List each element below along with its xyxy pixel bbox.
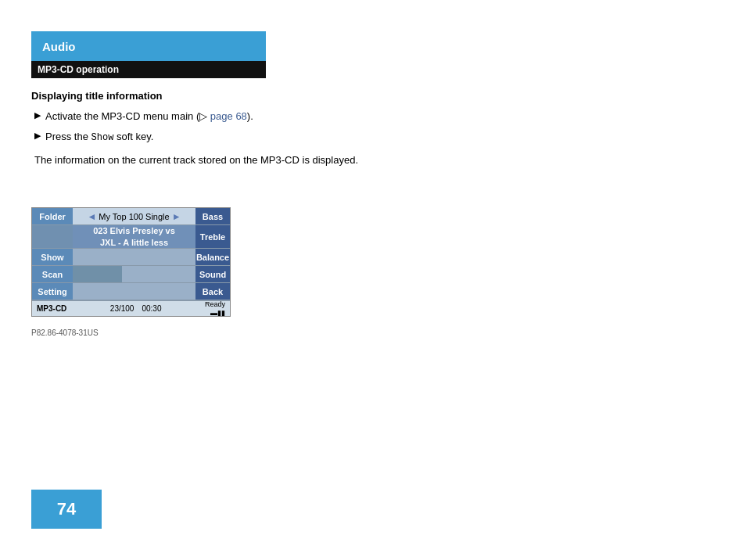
status-signal: ▬▮▮ (210, 309, 225, 317)
screen-row-3: Show Balance (32, 249, 230, 266)
status-bar: MP3-CD 23/100 00:30 Ready ▬▮▮ (32, 300, 230, 316)
header-title: Audio (42, 40, 76, 53)
bullet-text-2: Press the Show soft key. (45, 130, 153, 145)
status-middle: 23/100 00:30 (110, 304, 162, 313)
balance-button[interactable]: Balance (195, 249, 230, 265)
page-link-1: page 68 (210, 110, 247, 122)
device-screen: Folder ◄ My Top 100 Single ► Bass 023 El… (31, 207, 231, 317)
main-content: Displaying title information ▶ Activate … (31, 90, 485, 178)
track-line2: JXL - A little less (100, 237, 168, 248)
treble-button[interactable]: Treble (195, 225, 230, 248)
setting-button[interactable]: Setting (32, 283, 73, 300)
page-number: 74 (57, 499, 76, 519)
sound-button[interactable]: Sound (195, 266, 230, 282)
screen-row-5: Setting Back (32, 283, 230, 300)
scan-button[interactable]: Scan (32, 266, 73, 282)
status-right: Ready ▬▮▮ (205, 300, 225, 318)
track-line1: 023 Elvis Presley vs (93, 225, 175, 236)
bullet-arrow-2: ▶ (34, 131, 41, 141)
track-info: 023 Elvis Presley vs JXL - A little less (73, 225, 195, 248)
bullet-arrow-1: ▶ (34, 110, 41, 120)
softkey-show: Show (91, 132, 114, 143)
empty-center-5 (73, 283, 195, 300)
audio-header: Audio (31, 31, 266, 61)
status-source-label: MP3-CD (37, 304, 66, 313)
bass-button[interactable]: Bass (195, 208, 230, 224)
screen-row-1: Folder ◄ My Top 100 Single ► Bass (32, 208, 230, 225)
bullet-item-1: ▶ Activate the MP3-CD menu main (▷ page … (31, 109, 485, 124)
screen-row-4: Scan Sound (32, 266, 230, 283)
bullet-text-1: Activate the MP3-CD menu main (▷ page 68… (45, 109, 253, 124)
subsection-title: Displaying title information (31, 90, 485, 102)
back-button[interactable]: Back (195, 283, 230, 300)
progress-area (73, 266, 195, 282)
status-track: 23/100 (110, 304, 134, 313)
bullet-item-2: ▶ Press the Show soft key. (31, 130, 485, 145)
show-button[interactable]: Show (32, 249, 73, 265)
empty-center-3 (73, 249, 195, 265)
section-header: MP3-CD operation (31, 61, 266, 78)
status-ready: Ready (205, 300, 225, 308)
folder-button[interactable]: Folder (32, 208, 73, 224)
empty-left-2 (32, 225, 73, 248)
description-text: The information on the current track sto… (31, 153, 485, 168)
folder-name: My Top 100 Single (99, 212, 169, 221)
screen-row-2: 023 Elvis Presley vs JXL - A little less… (32, 225, 230, 249)
status-time: 00:30 (142, 304, 161, 313)
nav-right-arrow[interactable]: ► (172, 211, 181, 222)
screen-caption: P82.86-4078-31US (31, 328, 99, 337)
folder-nav: ◄ My Top 100 Single ► (73, 208, 195, 224)
nav-left-arrow[interactable]: ◄ (87, 211, 96, 222)
section-title-bar: MP3-CD operation (38, 64, 119, 75)
page-number-box: 74 (31, 490, 102, 529)
